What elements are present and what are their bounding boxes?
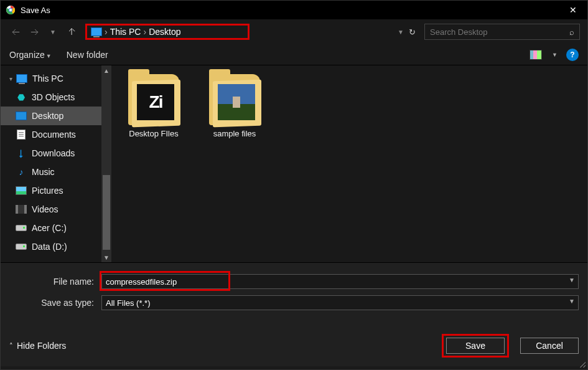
- folder-item[interactable]: Zi Desktop FIles: [123, 74, 185, 138]
- search-icon[interactable]: ⌕: [569, 27, 574, 37]
- desktop-icon: [16, 111, 27, 120]
- titlebar: Save As ✕: [1, 1, 587, 19]
- help-button[interactable]: ?: [566, 49, 579, 61]
- sidebar-item-label: Pictures: [32, 186, 63, 196]
- sidebar-item-label: 3D Objects: [32, 92, 75, 102]
- sidebar-item-downloads[interactable]: ⭣ Downloads: [1, 144, 101, 163]
- breadcrumb-current[interactable]: Desktop: [149, 27, 180, 37]
- chevron-right-icon: ›: [143, 27, 146, 37]
- svg-point-2: [9, 9, 12, 11]
- up-button[interactable]: 🡡: [64, 24, 79, 39]
- refresh-button[interactable]: ↻: [409, 27, 416, 37]
- chevron-down-icon[interactable]: ▼: [552, 52, 558, 58]
- folder-label: sample files: [203, 129, 266, 138]
- sidebar-item-desktop[interactable]: Desktop: [1, 107, 101, 125]
- sidebar-item-label: Downloads: [32, 148, 75, 158]
- sidebar-item-label: Documents: [32, 130, 76, 140]
- file-pane[interactable]: Zi Desktop FIles sample files: [111, 65, 587, 262]
- document-icon: [17, 130, 26, 140]
- scroll-up-icon[interactable]: ▲: [101, 65, 111, 75]
- saveastype-label: Save as type:: [9, 298, 101, 308]
- folder-icon: Zi: [128, 74, 179, 125]
- view-options-button[interactable]: [530, 50, 542, 60]
- search-input[interactable]: [430, 27, 569, 37]
- toolbar: Organize▼ New folder ▼ ?: [1, 44, 587, 65]
- videos-icon: [16, 205, 27, 214]
- music-icon: ♪: [16, 167, 27, 177]
- pc-icon: [16, 74, 27, 83]
- highlight-marker: Save: [442, 334, 509, 358]
- scroll-down-icon[interactable]: ▼: [101, 252, 111, 262]
- address-bar[interactable]: › This PC › Desktop: [85, 24, 250, 40]
- folder-item[interactable]: sample files: [203, 74, 266, 138]
- chevron-up-icon: ˄: [9, 342, 13, 350]
- chevron-down-icon: ▾: [9, 75, 12, 82]
- sidebar-item-documents[interactable]: Documents: [1, 125, 101, 144]
- folder-label: Desktop FIles: [123, 129, 185, 138]
- sidebar-root-label: This PC: [32, 74, 63, 83]
- sidebar-root-thispc[interactable]: ▾ This PC: [1, 69, 101, 88]
- recent-dropdown[interactable]: ▼: [45, 24, 60, 39]
- sidebar-item-drive-d[interactable]: Data (D:): [1, 237, 101, 256]
- fields-area: File name: ▼ Save as type: All Files (*.…: [1, 262, 587, 324]
- sidebar-item-label: Videos: [32, 204, 58, 214]
- sidebar-item-music[interactable]: ♪ Music: [1, 163, 101, 181]
- footer: ˄ Hide Folders Save Cancel: [1, 324, 587, 366]
- cancel-button[interactable]: Cancel: [520, 338, 579, 354]
- address-dropdown[interactable]: ▼: [398, 29, 404, 36]
- pc-icon: [91, 27, 102, 36]
- hide-folders-label: Hide Folders: [17, 341, 66, 351]
- sidebar-item-label: Data (D:): [32, 242, 67, 252]
- search-box[interactable]: ⌕: [424, 24, 580, 40]
- breadcrumb-root[interactable]: This PC: [110, 27, 141, 37]
- sidebar-item-label: Acer (C:): [32, 223, 67, 233]
- sidebar-item-3dobjects[interactable]: ⬣ 3D Objects: [1, 88, 101, 107]
- pictures-icon: [16, 186, 27, 195]
- resize-grip[interactable]: [578, 360, 586, 368]
- sidebar: ▾ This PC ⬣ 3D Objects Desktop Documents: [1, 65, 111, 262]
- save-button[interactable]: Save: [446, 338, 505, 354]
- new-folder-button[interactable]: New folder: [67, 50, 108, 60]
- drive-icon: [16, 225, 27, 231]
- filename-label: File name:: [9, 277, 101, 287]
- sidebar-item-drive-c[interactable]: Acer (C:): [1, 219, 101, 237]
- sidebar-item-label: Desktop: [32, 111, 63, 121]
- sidebar-item-pictures[interactable]: Pictures: [1, 181, 101, 200]
- filename-input[interactable]: [101, 274, 579, 289]
- download-icon: ⭣: [16, 148, 27, 158]
- cube-icon: ⬣: [16, 92, 27, 102]
- sidebar-scrollbar[interactable]: ▲ ▼: [101, 65, 111, 262]
- sidebar-item-videos[interactable]: Videos: [1, 200, 101, 219]
- folder-icon: [209, 74, 260, 125]
- drive-icon: [16, 244, 27, 250]
- hide-folders-toggle[interactable]: ˄ Hide Folders: [9, 341, 66, 351]
- nav-row: 🡠 🡢 ▼ 🡡 › This PC › Desktop ▼ ↻ ⌕: [1, 19, 587, 44]
- sidebar-item-label: Music: [32, 167, 55, 177]
- saveastype-select[interactable]: All Files (*.*): [101, 295, 579, 310]
- organize-menu[interactable]: Organize▼: [9, 50, 52, 60]
- close-button[interactable]: ✕: [559, 1, 587, 19]
- chevron-right-icon: ›: [105, 27, 108, 37]
- window-title: Save As: [21, 6, 559, 15]
- saveastype-value: All Files (*.*): [106, 298, 151, 308]
- forward-button[interactable]: 🡢: [27, 24, 42, 39]
- app-icon: [6, 5, 16, 15]
- scroll-thumb[interactable]: [103, 175, 110, 250]
- back-button[interactable]: 🡠: [8, 24, 23, 39]
- chevron-down-icon: ▼: [46, 53, 52, 59]
